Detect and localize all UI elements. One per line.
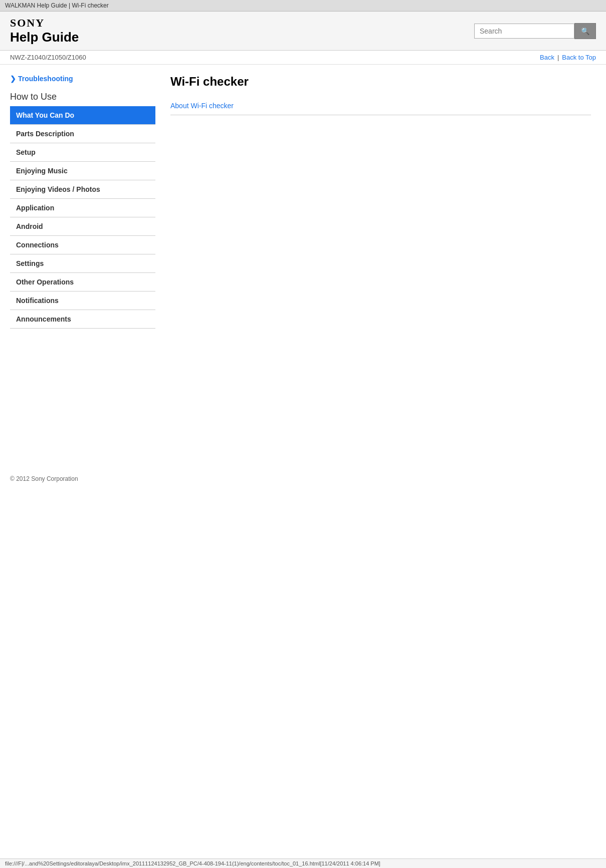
sony-logo: SONY [10, 17, 79, 30]
nav-bar-right: Back | Back to Top [540, 54, 596, 61]
sidebar-nav-item: Settings [10, 254, 155, 273]
main-layout: ❯ Troubleshooting How to Use What You Ca… [0, 65, 606, 465]
sidebar-nav-item: Enjoying Videos / Photos [10, 180, 155, 199]
about-wifi-checker-link[interactable]: About Wi-Fi checker [170, 102, 234, 110]
sidebar-nav-link-enjoying-videos-/-photos[interactable]: Enjoying Videos / Photos [10, 180, 155, 198]
chevron-right-icon: ❯ [10, 75, 16, 83]
sidebar-nav-item: Enjoying Music [10, 162, 155, 180]
sidebar-nav-item: Other Operations [10, 273, 155, 292]
content-divider [170, 115, 591, 115]
sidebar-nav-link-announcements[interactable]: Announcements [10, 310, 155, 328]
header: SONY Help Guide 🔍 [0, 12, 606, 51]
sidebar-nav-item: Application [10, 199, 155, 217]
sidebar-nav-item: Setup [10, 143, 155, 162]
sidebar-nav-item: Android [10, 217, 155, 236]
content-page-title: Wi-Fi checker [170, 75, 591, 94]
header-left: SONY Help Guide [10, 17, 79, 45]
sidebar-nav-link-setup[interactable]: Setup [10, 143, 155, 161]
help-guide-title: Help Guide [10, 30, 79, 45]
sidebar-nav-link-other-operations[interactable]: Other Operations [10, 273, 155, 291]
sidebar-nav-link-enjoying-music[interactable]: Enjoying Music [10, 162, 155, 180]
search-input[interactable] [474, 24, 574, 39]
search-area: 🔍 [474, 23, 596, 39]
back-to-top-link[interactable]: Back to Top [562, 54, 596, 61]
sidebar-nav-link-application[interactable]: Application [10, 199, 155, 217]
sidebar-nav-link-settings[interactable]: Settings [10, 254, 155, 272]
sidebar-footer: © 2012 Sony Corporation [0, 475, 606, 482]
back-link[interactable]: Back [540, 54, 554, 61]
sidebar-nav-link-parts-description[interactable]: Parts Description [10, 125, 155, 143]
sidebar-troubleshooting-section: ❯ Troubleshooting [10, 75, 155, 83]
browser-titlebar: WALKMAN Help Guide | Wi-Fi checker [0, 0, 606, 12]
sidebar-nav-link-what-you-can-do[interactable]: What You Can Do [10, 106, 155, 124]
sidebar-nav-item: Notifications [10, 292, 155, 310]
sidebar-nav-item: Announcements [10, 310, 155, 329]
content-area: Wi-Fi checker About Wi-Fi checker [155, 65, 606, 465]
copyright-text: © 2012 Sony Corporation [10, 475, 78, 482]
troubleshooting-link[interactable]: ❯ Troubleshooting [10, 75, 155, 83]
device-model: NWZ-Z1040/Z1050/Z1060 [10, 54, 86, 61]
sidebar: ❯ Troubleshooting How to Use What You Ca… [0, 65, 155, 465]
nav-separator: | [557, 54, 559, 61]
nav-bar: NWZ-Z1040/Z1050/Z1060 Back | Back to Top [0, 51, 606, 65]
troubleshooting-label: Troubleshooting [18, 75, 73, 83]
sidebar-nav-item: What You Can Do [10, 106, 155, 125]
page-title: WALKMAN Help Guide | Wi-Fi checker [5, 2, 109, 9]
sidebar-section-title: How to Use [10, 92, 155, 102]
sidebar-nav: What You Can DoParts DescriptionSetupEnj… [10, 106, 155, 329]
sidebar-nav-item: Connections [10, 236, 155, 254]
sidebar-nav-link-android[interactable]: Android [10, 217, 155, 235]
sidebar-nav-item: Parts Description [10, 125, 155, 143]
sidebar-nav-link-connections[interactable]: Connections [10, 236, 155, 254]
search-button[interactable]: 🔍 [574, 23, 596, 39]
sidebar-nav-link-notifications[interactable]: Notifications [10, 292, 155, 310]
